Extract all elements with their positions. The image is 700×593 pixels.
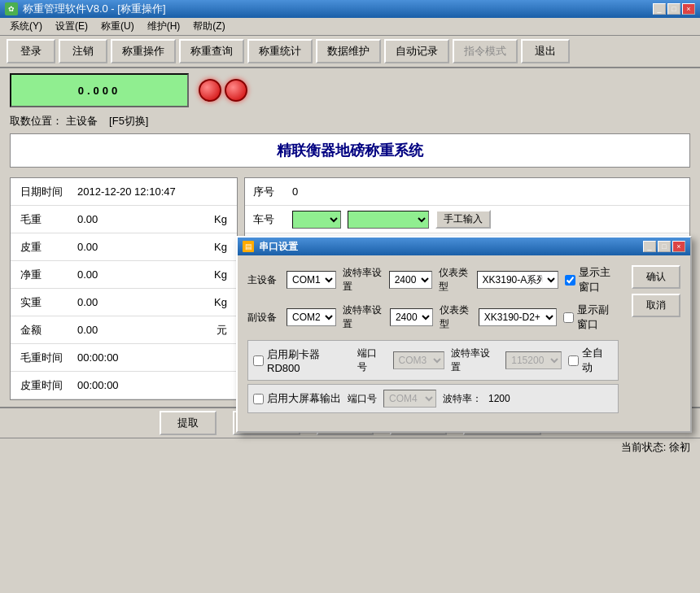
close-btn[interactable]: ×	[682, 3, 695, 15]
btn-cmd-mode[interactable]: 指令模式	[453, 39, 518, 63]
dialog-close-btn[interactable]: ×	[672, 241, 685, 252]
datasource-label: 取数位置：	[10, 115, 63, 127]
dlg-enable-bigscreen[interactable]: 启用大屏幕输出	[253, 391, 341, 406]
dlg-rd800-baud-label: 波特率设置	[451, 347, 499, 374]
dlg-enable-rd800[interactable]: 启用刷卡器RD800	[253, 347, 351, 374]
dlg-bigscreen-check[interactable]	[253, 394, 264, 404]
dlg-master-label: 主设备	[247, 273, 280, 287]
dlg-rd800-label: 启用刷卡器RD800	[267, 347, 351, 374]
dlg-slave-label: 副设备	[247, 311, 280, 325]
dlg-auto-check[interactable]	[568, 355, 579, 366]
dialog-action-buttons: 确认 取消	[632, 265, 680, 421]
btn-auto-record[interactable]: 自动记录	[384, 39, 449, 63]
dlg-bigscreen-baud-label: 波特率：	[443, 392, 482, 406]
dialog-row-rd800: 启用刷卡器RD800 端口号 COM3 波特率设置 115200 全自动	[247, 340, 619, 381]
maximize-btn[interactable]: □	[667, 3, 680, 15]
window-controls[interactable]: _ □ ×	[653, 3, 695, 15]
light-2	[225, 79, 247, 102]
btn-weigh-query[interactable]: 称重查询	[179, 39, 244, 63]
btn-fetch[interactable]: 提取	[160, 411, 217, 435]
label-tare-time: 皮重时间	[20, 378, 77, 393]
dlg-slave-port[interactable]: COM2	[287, 308, 336, 326]
minimize-btn[interactable]: _	[653, 3, 666, 15]
value-amount: 0.00	[77, 324, 213, 336]
row-tare-time: 皮重时间 00:00:00	[11, 372, 237, 399]
status-text: 当前状态: 徐初	[621, 440, 690, 455]
row-car: 车号 手工输入	[245, 206, 689, 233]
dlg-rd800-check[interactable]	[253, 355, 264, 366]
dlg-slave-baud-label: 波特率设置	[343, 303, 383, 331]
car-select-2[interactable]	[348, 211, 429, 229]
left-panel: 日期时间 2012-12-20 12:10:47 毛重 0.00 Kg 皮重 0…	[10, 177, 238, 400]
value-actual: 0.00	[77, 296, 211, 308]
dlg-slave-baud[interactable]: 2400	[390, 308, 433, 326]
dlg-auto-label: 全自动	[582, 346, 613, 375]
dlg-master-baud[interactable]: 2400	[389, 271, 432, 289]
dlg-show-sub-check[interactable]	[563, 312, 574, 323]
dialog-title-bar: ▤ 串口设置 _ □ ×	[238, 238, 690, 255]
dlg-rd800-baud[interactable]: 115200	[505, 351, 562, 369]
row-net: 净重 0.00 Kg	[11, 261, 237, 289]
btn-weigh-op[interactable]: 称重操作	[111, 39, 176, 63]
dlg-slave-meter-label: 仪表类型	[440, 303, 472, 331]
value-tare-time: 00:00:00	[77, 379, 227, 391]
car-select-1[interactable]	[292, 211, 341, 229]
dlg-bigscreen-baud-value: 1200	[488, 393, 510, 404]
dlg-show-sub[interactable]: 显示副窗口	[563, 303, 619, 332]
menu-help[interactable]: 帮助(Z)	[186, 18, 231, 35]
dialog-row-master: 主设备 COM1 波特率设置 2400 仪表类型 XK3190-A系列 显示主窗…	[247, 265, 619, 294]
dialog-maximize-btn[interactable]: □	[658, 241, 671, 252]
dlg-master-meter[interactable]: XK3190-A系列	[477, 271, 558, 289]
label-seq: 序号	[253, 185, 286, 199]
dlg-rd800-port-label: 端口号	[357, 347, 386, 374]
title-bar: ✿ 称重管理软件V8.0 - [称重操作] _ □ ×	[0, 0, 700, 18]
btn-exit[interactable]: 退出	[521, 39, 570, 63]
btn-data-maint[interactable]: 数据维护	[316, 39, 381, 63]
dialog-confirm-btn[interactable]: 确认	[632, 265, 680, 289]
row-gross: 毛重 0.00 Kg	[11, 206, 237, 233]
dlg-show-sub-label: 显示副窗口	[577, 303, 619, 332]
manual-input-btn[interactable]: 手工输入	[435, 210, 491, 229]
menu-system[interactable]: 系统(Y)	[3, 18, 49, 35]
btn-logout[interactable]: 注销	[59, 39, 107, 63]
light-1	[199, 79, 221, 102]
value-datetime: 2012-12-20 12:10:47	[77, 185, 227, 198]
toolbar: 登录 注销 称重操作 称重查询 称重统计 数据维护 自动记录 指令模式 退出	[0, 36, 700, 68]
dlg-show-main-check[interactable]	[565, 275, 575, 286]
label-net: 净重	[20, 268, 77, 282]
weight-area: 0.000	[0, 68, 700, 112]
dialog-cancel-btn[interactable]: 取消	[632, 294, 680, 317]
datasource-line: 取数位置： 主设备 [F5切换]	[0, 112, 700, 133]
row-amount: 金额 0.00 元	[11, 316, 237, 344]
unit-net: Kg	[214, 268, 227, 281]
dialog-row-bigscreen: 启用大屏幕输出 端口号 COM4 波特率： 1200	[247, 384, 619, 413]
label-datetime: 日期时间	[20, 185, 77, 199]
row-datetime: 日期时间 2012-12-20 12:10:47	[11, 178, 237, 206]
btn-weigh-stats[interactable]: 称重统计	[247, 39, 313, 63]
dlg-bigscreen-port-label: 端口号	[348, 392, 377, 406]
dlg-show-main-label: 显示主窗口	[579, 265, 619, 294]
dlg-slave-meter[interactable]: XK3190-D2+	[479, 308, 557, 326]
unit-tare: Kg	[214, 241, 227, 253]
unit-amount: 元	[217, 323, 227, 338]
menu-maintain[interactable]: 维护(H)	[141, 18, 187, 35]
label-amount: 金额	[20, 323, 77, 338]
value-gross: 0.00	[77, 213, 211, 225]
menu-weigh[interactable]: 称重(U)	[94, 18, 141, 35]
row-seq: 序号 0	[245, 178, 689, 206]
weight-display: 0.000	[10, 73, 189, 107]
dlg-master-port[interactable]: COM1	[287, 271, 336, 289]
row-gross-time: 毛重时间 00:00:00	[11, 344, 237, 372]
dlg-show-main[interactable]: 显示主窗口	[565, 265, 619, 294]
indicator-lights	[199, 79, 247, 102]
btn-login[interactable]: 登录	[7, 39, 55, 63]
unit-gross: Kg	[214, 213, 227, 225]
dlg-bigscreen-port[interactable]: COM4	[383, 390, 436, 408]
dlg-auto[interactable]: 全自动	[568, 346, 613, 375]
dlg-rd800-port[interactable]: COM3	[393, 351, 445, 369]
dialog-minimize-btn[interactable]: _	[643, 241, 656, 252]
menu-settings[interactable]: 设置(E)	[49, 18, 94, 35]
dialog-window-controls[interactable]: _ □ ×	[643, 241, 685, 252]
value-net: 0.00	[77, 268, 211, 281]
dlg-master-baud-label: 波特率设置	[343, 266, 383, 294]
